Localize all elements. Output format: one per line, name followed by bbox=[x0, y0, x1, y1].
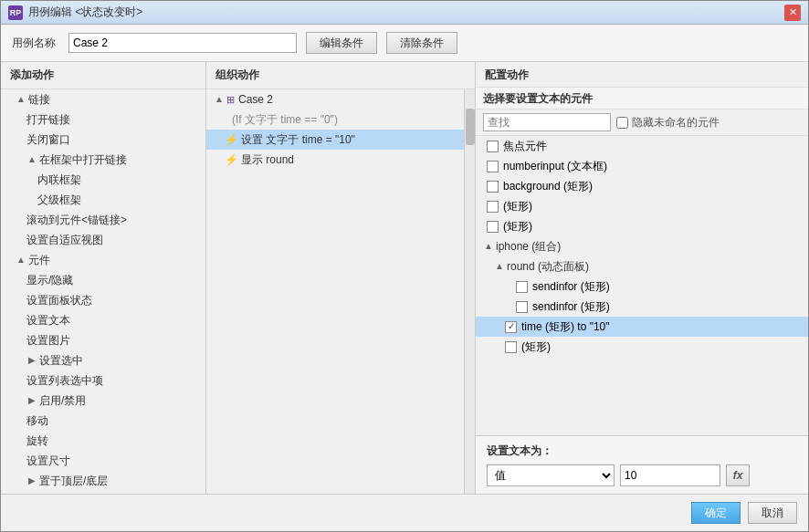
value-input[interactable] bbox=[620, 464, 720, 486]
set-panel-state-label: 设置面板状态 bbox=[26, 292, 92, 308]
main-window: RP 用例编辑 <状态改变时> ✕ 用例名称 编辑条件 清除条件 添加动作 ▲ … bbox=[0, 0, 809, 532]
condition-text: (If 文字于 time == "0") bbox=[232, 111, 338, 128]
group-enable-disable[interactable]: ▶ 启用/禁用 bbox=[1, 391, 205, 411]
organize-action-header: 组织动作 bbox=[206, 62, 475, 89]
group-iphone[interactable]: ▲ iphone (组合) bbox=[476, 236, 808, 256]
item-numberinput[interactable]: numberinput (文本框) bbox=[476, 156, 808, 176]
item-rect3[interactable]: (矩形) bbox=[476, 337, 808, 357]
item-focus[interactable]: 焦点元件 bbox=[476, 136, 808, 156]
config-bottom-label: 设置文本为： bbox=[487, 443, 797, 459]
edit-condition-button[interactable]: 编辑条件 bbox=[306, 32, 377, 54]
config-tree[interactable]: 焦点元件 numberinput (文本框) b bbox=[476, 136, 808, 435]
hide-unnamed-text: 隐藏未命名的元件 bbox=[632, 115, 720, 130]
hide-unnamed-checkbox[interactable] bbox=[616, 117, 628, 129]
rect2-label: (矩形) bbox=[503, 218, 532, 235]
item-show-hide[interactable]: 显示/隐藏 bbox=[1, 270, 205, 290]
item-rotate[interactable]: 旋转 bbox=[1, 431, 205, 451]
group-element[interactable]: ▲ 元件 bbox=[1, 250, 205, 270]
cb-numberinput[interactable] bbox=[487, 161, 499, 172]
case-node[interactable]: ▲ ⊞ Case 2 bbox=[206, 89, 464, 110]
item-inline-frame[interactable]: 内联框架 bbox=[1, 170, 205, 190]
enable-disable-label: 启用/禁用 bbox=[39, 392, 86, 409]
item-background[interactable]: background (矩形) bbox=[476, 176, 808, 196]
time-label: time (矩形) to "10" bbox=[521, 318, 610, 335]
cb-focus[interactable] bbox=[487, 141, 499, 152]
add-action-header: 添加动作 bbox=[1, 62, 205, 89]
item-set-panel-state[interactable]: 设置面板状态 bbox=[1, 290, 205, 310]
action-set-text[interactable]: ⚡ 设置 文字于 time = "10" bbox=[206, 130, 464, 150]
item-scroll-to-anchor[interactable]: 滚动到元件<锚链接> bbox=[1, 210, 205, 230]
close-window-label: 关闭窗口 bbox=[26, 131, 70, 148]
expand-icon: ▲ bbox=[16, 94, 26, 105]
value-type-select[interactable]: 值 bbox=[487, 464, 615, 486]
config-sub-header: 选择要设置文本的元件 bbox=[476, 88, 808, 110]
group-set-layer[interactable]: ▶ 置于顶层/底层 bbox=[1, 471, 205, 491]
group-link[interactable]: ▲ 链接 bbox=[1, 89, 205, 110]
cb-rect1[interactable] bbox=[487, 201, 499, 213]
iphone-expand-icon: ▲ bbox=[483, 241, 494, 252]
organize-action-tree[interactable]: ▲ ⊞ Case 2 (If 文字于 time == "0") ⚡ bbox=[206, 89, 464, 494]
numberinput-label: numberinput (文本框) bbox=[503, 158, 607, 174]
middle-scrollbar[interactable] bbox=[464, 89, 475, 494]
group-round[interactable]: ▲ round (动态面板) bbox=[476, 256, 808, 276]
rotate-label: 旋转 bbox=[26, 433, 48, 449]
app-icon: RP bbox=[8, 5, 23, 20]
cb-rect3[interactable] bbox=[505, 341, 517, 353]
expand-icon-5: ▶ bbox=[26, 395, 37, 406]
adaptive-view-label: 设置自适应视图 bbox=[26, 232, 103, 248]
open-in-frame-label: 在框架中打开链接 bbox=[39, 151, 127, 168]
action-icon-1: ⚡ bbox=[225, 131, 238, 148]
main-content: 添加动作 ▲ 链接 打开链接 关闭窗口 bbox=[1, 62, 808, 494]
item-open-link[interactable]: 打开链接 bbox=[1, 110, 205, 130]
expand-icon-6: ▶ bbox=[26, 475, 37, 486]
case-label: Case 2 bbox=[238, 91, 273, 108]
set-size-label: 设置尺寸 bbox=[26, 453, 70, 469]
parent-frame-label: 父级框架 bbox=[37, 192, 81, 208]
move-label: 移动 bbox=[26, 412, 48, 429]
clear-condition-button[interactable]: 清除条件 bbox=[386, 32, 457, 54]
cb-background[interactable] bbox=[487, 181, 499, 193]
item-set-size[interactable]: 设置尺寸 bbox=[1, 451, 205, 471]
cb-sendinfor2[interactable] bbox=[516, 301, 528, 313]
action-show-round-label: 显示 round bbox=[241, 151, 294, 168]
confirm-button[interactable]: 确定 bbox=[691, 502, 741, 524]
item-time[interactable]: time (矩形) to "10" bbox=[476, 317, 808, 337]
item-sendinfor2[interactable]: sendinfor (矩形) bbox=[476, 297, 808, 317]
item-sendinfor1[interactable]: sendinfor (矩形) bbox=[476, 276, 808, 297]
expand-icon-3: ▲ bbox=[16, 255, 26, 266]
case-name-input[interactable] bbox=[68, 33, 297, 53]
hide-unnamed-label[interactable]: 隐藏未命名的元件 bbox=[616, 115, 720, 130]
group-set-selected[interactable]: ▶ 设置选中 bbox=[1, 350, 205, 370]
fx-button[interactable]: fx bbox=[726, 464, 750, 486]
close-button[interactable]: ✕ bbox=[784, 5, 801, 21]
case-condition: (If 文字于 time == "0") bbox=[206, 110, 464, 130]
sendinfor2-label: sendinfor (矩形) bbox=[532, 298, 610, 315]
scroll-thumb[interactable] bbox=[466, 109, 475, 145]
window-title: 用例编辑 <状态改变时> bbox=[28, 5, 784, 20]
cb-time[interactable] bbox=[505, 321, 517, 333]
action-set-text-label: 设置 文字于 time = "10" bbox=[241, 131, 355, 148]
rect1-label: (矩形) bbox=[503, 198, 532, 214]
cancel-button[interactable]: 取消 bbox=[748, 502, 797, 524]
group-open-in-frame[interactable]: ▲ 在框架中打开链接 bbox=[1, 150, 205, 170]
case-name-label: 用例名称 bbox=[12, 36, 56, 51]
config-action-panel: 配置动作 选择要设置文本的元件 隐藏未命名的元件 焦点元件 bbox=[476, 62, 808, 494]
item-adaptive-view[interactable]: 设置自适应视图 bbox=[1, 230, 205, 250]
item-move[interactable]: 移动 bbox=[1, 411, 205, 431]
item-set-list-item[interactable]: 设置列表选中项 bbox=[1, 370, 205, 391]
item-set-image[interactable]: 设置图片 bbox=[1, 330, 205, 350]
inline-frame-label: 内联框架 bbox=[37, 172, 81, 188]
item-close-window[interactable]: 关闭窗口 bbox=[1, 130, 205, 150]
item-set-text[interactable]: 设置文本 bbox=[1, 310, 205, 330]
item-rect1[interactable]: (矩形) bbox=[476, 196, 808, 216]
action-show-round[interactable]: ⚡ 显示 round bbox=[206, 150, 464, 170]
cb-sendinfor1[interactable] bbox=[516, 281, 528, 293]
add-action-tree[interactable]: ▲ 链接 打开链接 关闭窗口 ▲ 在框架 bbox=[1, 89, 205, 494]
group-link-label: 链接 bbox=[28, 91, 50, 108]
cb-rect2[interactable] bbox=[487, 221, 499, 233]
item-parent-frame[interactable]: 父级框架 bbox=[1, 190, 205, 210]
item-rect2[interactable]: (矩形) bbox=[476, 216, 808, 236]
search-input[interactable] bbox=[483, 113, 611, 131]
config-bottom-row: 值 fx bbox=[487, 464, 797, 486]
show-hide-label: 显示/隐藏 bbox=[26, 272, 73, 288]
